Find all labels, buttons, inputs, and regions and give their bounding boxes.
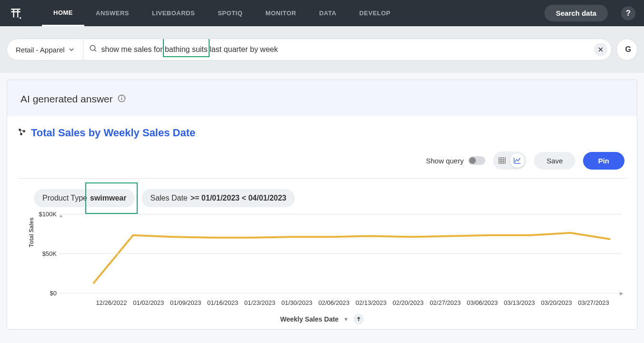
x-tick: 03/27/2023: [575, 299, 612, 306]
filter-row: Product Type swimwear Sales Date >= 01/0…: [18, 179, 626, 211]
search-data-button[interactable]: Search data: [544, 5, 608, 21]
chevron-down-icon[interactable]: ▼: [343, 316, 349, 322]
y-axis-ticks: $0$50K$100K: [33, 214, 60, 293]
data-source-label: Retail - Apparel: [16, 46, 65, 54]
info-icon[interactable]: [118, 94, 126, 104]
show-query-toggle[interactable]: Show query: [426, 156, 485, 165]
x-tick: 01/16/2023: [204, 299, 242, 306]
nav-items: HOMEANSWERSLIVEBOARDSSPOTIQMONITORDATADE…: [42, 0, 402, 26]
gridline: [60, 214, 622, 214]
table-view-button[interactable]: [495, 153, 509, 168]
x-tick: 01/30/2023: [278, 299, 315, 306]
search-query-text: show me sales for bathing suits last qua…: [98, 45, 278, 54]
search-icon: [89, 44, 98, 55]
top-nav: HOMEANSWERSLIVEBOARDSSPOTIQMONITORDATADE…: [0, 0, 644, 26]
answer-panel: AI generated answer Total Sales by Weekl…: [7, 80, 637, 330]
chart-title[interactable]: Total Sales by Weekly Sales Date: [31, 127, 195, 139]
sort-direction-button[interactable]: [353, 314, 364, 324]
svg-point-5: [90, 45, 95, 50]
nav-item-answers[interactable]: ANSWERS: [84, 0, 141, 26]
filter-chip-product-type[interactable]: Product Type swimwear: [34, 189, 135, 207]
view-switch: [493, 151, 526, 170]
x-tick: 02/27/2023: [427, 299, 464, 306]
toggle-switch[interactable]: [468, 156, 485, 165]
x-axis-ticks: 12/26/202201/02/202301/09/202301/16/2023…: [60, 299, 622, 306]
x-tick: 03/06/2023: [464, 299, 501, 306]
svg-point-4: [20, 17, 21, 19]
x-tick: 01/23/2023: [241, 299, 278, 306]
x-tick: 02/20/2023: [390, 299, 427, 306]
x-tick: 02/06/2023: [315, 299, 352, 306]
x-tick: 01/09/2023: [167, 299, 204, 306]
chart-plot[interactable]: [60, 214, 622, 293]
search-input[interactable]: show me sales for bathing suits last qua…: [83, 39, 594, 60]
line-series[interactable]: [93, 233, 611, 283]
x-axis-label-row: Weekly Sales Date ▼: [18, 314, 626, 324]
chart-area: Total Sales $0$50K$100K ▲ ▶ 12/26/202201…: [33, 214, 622, 309]
pin-button[interactable]: Pin: [583, 152, 624, 170]
show-query-label: Show query: [426, 157, 463, 165]
go-button[interactable]: G: [616, 39, 637, 61]
answer-header: AI generated answer: [7, 80, 637, 116]
nav-item-home[interactable]: HOME: [42, 0, 84, 26]
x-tick: 03/20/2023: [538, 299, 575, 306]
search-bar-area: Retail - Apparel show me sales for bathi…: [0, 26, 644, 73]
filter-chip-value: >= 01/01/2023 < 04/01/2023: [191, 194, 287, 202]
x-axis-label: Weekly Sales Date: [280, 315, 339, 323]
search-pill: Retail - Apparel show me sales for bathi…: [7, 39, 612, 61]
filter-chip-label: Product Type: [42, 194, 87, 202]
filter-chip-sales-date[interactable]: Sales Date >= 01/01/2023 < 04/01/2023: [141, 189, 295, 207]
chevron-down-icon: [69, 46, 74, 54]
gridline: [60, 293, 622, 293]
data-source-selector[interactable]: Retail - Apparel: [7, 39, 83, 60]
chart-toolbar: Show query Save Pin: [18, 151, 626, 179]
logo: [9, 6, 23, 20]
axis-arrow-right-icon: ▶: [620, 291, 624, 296]
answer-body: Total Sales by Weekly Sales Date Show qu…: [7, 116, 637, 329]
nav-item-data[interactable]: DATA: [308, 0, 348, 26]
answer-header-title: AI generated answer: [20, 93, 113, 105]
svg-line-6: [94, 50, 96, 51]
help-button[interactable]: ?: [621, 6, 635, 20]
y-tick: $100K: [39, 211, 57, 218]
x-tick: 02/13/2023: [352, 299, 390, 306]
gridline: [60, 253, 622, 254]
chart-view-button[interactable]: [510, 153, 524, 168]
x-tick: 03/13/2023: [501, 299, 538, 306]
filter-chip-value: swimwear: [90, 194, 126, 202]
y-tick: $0: [50, 290, 57, 297]
chart-title-row: Total Sales by Weekly Sales Date: [18, 127, 626, 139]
nav-item-spotiq[interactable]: SPOTIQ: [206, 0, 254, 26]
x-tick: 01/02/2023: [130, 299, 167, 306]
nav-item-monitor[interactable]: MONITOR: [254, 0, 308, 26]
save-button[interactable]: Save: [534, 152, 575, 170]
svg-rect-15: [499, 158, 506, 163]
filter-chip-label: Sales Date: [150, 194, 187, 202]
y-tick: $50K: [42, 250, 57, 257]
nav-item-develop[interactable]: DEVELOP: [348, 0, 402, 26]
chart-type-icon: [18, 128, 26, 138]
svg-point-9: [121, 96, 122, 97]
nav-item-liveboards[interactable]: LIVEBOARDS: [141, 0, 206, 26]
clear-search-button[interactable]: [594, 43, 607, 56]
x-tick: 12/26/2022: [93, 299, 130, 306]
